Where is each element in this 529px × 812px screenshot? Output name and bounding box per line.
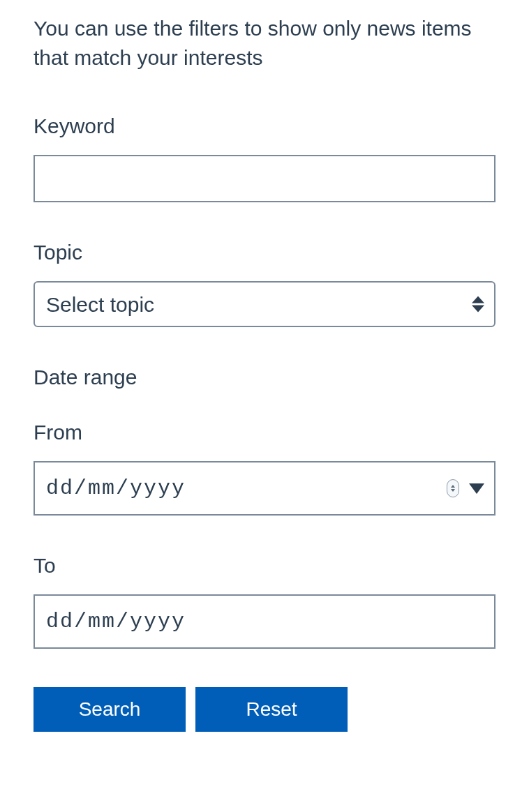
from-date-field-group: From: [33, 421, 496, 516]
topic-select[interactable]: Select topic: [33, 281, 496, 327]
from-date-label: From: [33, 421, 496, 444]
keyword-field-group: Keyword: [33, 114, 496, 202]
keyword-input[interactable]: [33, 155, 496, 202]
to-date-wrapper: [33, 594, 496, 649]
from-date-input[interactable]: [33, 461, 496, 516]
filter-description: You can use the filters to show only new…: [33, 14, 496, 73]
topic-select-wrapper: Select topic: [33, 281, 496, 327]
reset-button[interactable]: Reset: [195, 687, 348, 732]
from-date-wrapper: [33, 461, 496, 516]
topic-field-group: Topic Select topic: [33, 241, 496, 327]
to-date-label: To: [33, 554, 496, 578]
date-range-label: Date range: [33, 366, 496, 389]
to-date-field-group: To: [33, 554, 496, 649]
search-button[interactable]: Search: [33, 687, 186, 732]
to-date-input[interactable]: [33, 594, 496, 649]
keyword-label: Keyword: [33, 114, 496, 138]
button-row: Search Reset: [33, 687, 496, 732]
topic-label: Topic: [33, 241, 496, 264]
